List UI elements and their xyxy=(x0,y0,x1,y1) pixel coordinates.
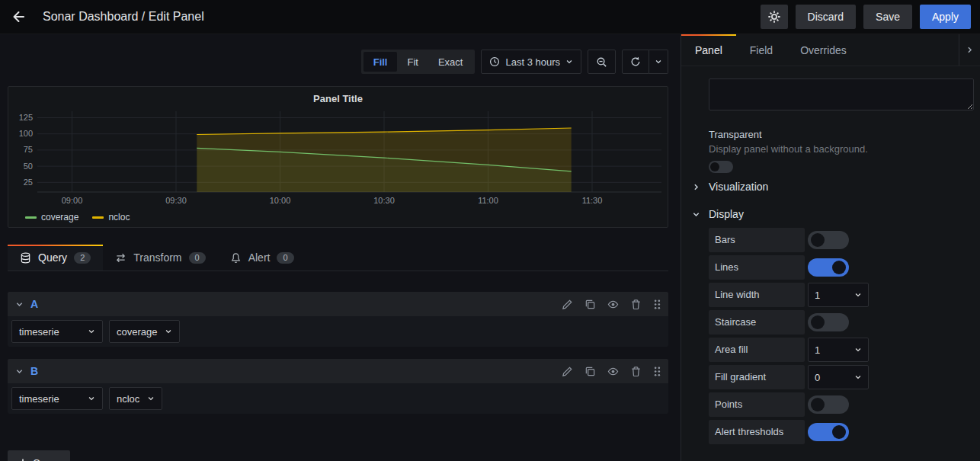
transparent-toggle[interactable] xyxy=(709,161,733,173)
chevron-down-icon xyxy=(655,58,662,66)
collapse-options-button[interactable] xyxy=(959,34,980,66)
datasource-select[interactable]: timeserie xyxy=(11,387,103,410)
trash-icon[interactable] xyxy=(630,299,642,310)
svg-text:25: 25 xyxy=(24,178,33,187)
collapse-chevron-icon[interactable] xyxy=(15,367,24,376)
eye-icon[interactable] xyxy=(607,366,619,377)
query-row-header[interactable]: B xyxy=(8,359,668,383)
lines-control xyxy=(808,258,849,277)
chevron-right-icon xyxy=(966,46,974,54)
tab-query[interactable]: Query 2 xyxy=(8,245,103,271)
bars-label: Bars xyxy=(709,228,805,252)
database-icon xyxy=(20,252,31,264)
app-root: Sonar Dashboard / Edit Panel Discard Sav… xyxy=(0,0,980,461)
panel-preview: Panel Title 25507510012509:0009:3010:001… xyxy=(8,86,668,228)
fit-option-fit[interactable]: Fit xyxy=(397,52,428,72)
svg-text:100: 100 xyxy=(19,129,33,138)
display-row-alert-thresholds: Alert thresholds xyxy=(709,420,974,444)
datasource-select[interactable]: timeserie xyxy=(11,320,103,343)
tab-field[interactable]: Field xyxy=(736,34,786,66)
bell-icon xyxy=(230,252,242,264)
line-width-label: Line width xyxy=(709,283,805,307)
select-value: 0 xyxy=(815,372,820,383)
refresh-button[interactable] xyxy=(622,50,649,74)
line-width-control: 1 xyxy=(808,283,869,307)
select-value: timeserie xyxy=(19,393,59,405)
edit-icon[interactable] xyxy=(562,366,573,377)
collapse-chevron-icon[interactable] xyxy=(15,300,24,309)
fit-option-exact[interactable]: Exact xyxy=(428,52,473,72)
transparent-description: Display panel without a background. xyxy=(709,143,974,155)
chevron-down-icon xyxy=(854,346,862,354)
toggle-knob xyxy=(832,261,846,274)
tab-overrides[interactable]: Overrides xyxy=(786,34,860,66)
editor-toolbar: Fill Fit Exact Last 3 hours xyxy=(8,50,668,74)
area-fill-select[interactable]: 1 xyxy=(808,338,869,362)
select-value: timeserie xyxy=(19,326,59,338)
fit-option-fill[interactable]: Fill xyxy=(363,52,398,72)
query-row-header[interactable]: A xyxy=(8,292,668,316)
lines-toggle[interactable] xyxy=(808,258,849,277)
points-control xyxy=(808,395,849,414)
svg-text:125: 125 xyxy=(19,113,33,122)
eye-icon[interactable] xyxy=(607,299,619,310)
edit-icon[interactable] xyxy=(562,299,573,310)
alert-thresholds-label: Alert thresholds xyxy=(709,420,805,444)
zoom-out-icon xyxy=(596,56,607,68)
panel-title: Panel Title xyxy=(8,87,668,107)
section-display[interactable]: Display xyxy=(692,200,974,228)
top-nav: Sonar Dashboard / Edit Panel Discard Sav… xyxy=(0,0,980,34)
tab-panel[interactable]: Panel xyxy=(681,34,736,66)
area-fill-label: Area fill xyxy=(709,338,805,362)
section-label: Visualization xyxy=(709,181,768,193)
tab-transform[interactable]: Transform 0 xyxy=(103,245,217,271)
plus-icon xyxy=(18,458,27,461)
points-toggle[interactable] xyxy=(808,395,849,414)
legend-item-coverage[interactable]: coverage xyxy=(25,212,78,222)
settings-button[interactable] xyxy=(761,5,788,29)
tab-label: Query xyxy=(38,251,67,264)
refresh-interval-dropdown[interactable] xyxy=(649,50,668,74)
bars-control xyxy=(808,231,849,249)
query-row-body: timeserie coverage xyxy=(8,316,668,347)
query-row-b: B timeserie xyxy=(8,359,668,414)
line-width-select[interactable]: 1 xyxy=(808,283,869,307)
select-value: 1 xyxy=(815,344,820,356)
fill-gradient-control: 0 xyxy=(808,365,869,389)
fill-gradient-select[interactable]: 0 xyxy=(808,365,869,389)
bars-toggle[interactable] xyxy=(808,231,849,249)
toggle-knob xyxy=(811,315,825,329)
timeseries-chart[interactable]: 25507510012509:0009:3010:0010:3011:0011:… xyxy=(8,107,668,207)
metric-select[interactable]: ncloc xyxy=(109,387,162,410)
display-row-area-fill: Area fill1 xyxy=(709,338,974,362)
apply-button[interactable]: Apply xyxy=(920,5,971,29)
tab-label: Alert xyxy=(248,251,271,264)
chevron-down-icon xyxy=(147,395,155,402)
display-row-lines: Lines xyxy=(709,255,974,280)
back-button[interactable] xyxy=(0,0,37,34)
panel-editor: Fill Fit Exact Last 3 hours xyxy=(0,34,681,461)
section-visualization[interactable]: Visualization xyxy=(692,173,974,200)
add-query-button[interactable]: Query xyxy=(8,450,70,461)
zoom-out-button[interactable] xyxy=(588,50,616,74)
display-row-fill-gradient: Fill gradient0 xyxy=(709,365,974,389)
page-title: Sonar Dashboard / Edit Panel xyxy=(43,10,204,24)
drag-handle-icon[interactable] xyxy=(653,299,661,310)
legend-item-ncloc[interactable]: ncloc xyxy=(92,212,130,222)
clock-icon xyxy=(489,56,500,67)
time-range-picker[interactable]: Last 3 hours xyxy=(481,50,581,74)
copy-icon[interactable] xyxy=(584,299,596,310)
svg-text:10:00: 10:00 xyxy=(270,196,291,205)
staircase-toggle[interactable] xyxy=(808,313,849,331)
query-row-a: A timeserie xyxy=(8,292,668,347)
drag-handle-icon[interactable] xyxy=(653,366,661,377)
copy-icon[interactable] xyxy=(584,366,596,377)
alert-thresholds-toggle[interactable] xyxy=(808,423,849,441)
metric-select[interactable]: coverage xyxy=(109,320,180,343)
discard-button[interactable]: Discard xyxy=(796,5,856,29)
options-body: Transparent Display panel without a back… xyxy=(681,66,980,461)
trash-icon[interactable] xyxy=(630,366,642,377)
tab-alert[interactable]: Alert 0 xyxy=(218,245,306,271)
panel-description-input[interactable] xyxy=(709,78,974,110)
save-button[interactable]: Save xyxy=(863,5,912,29)
